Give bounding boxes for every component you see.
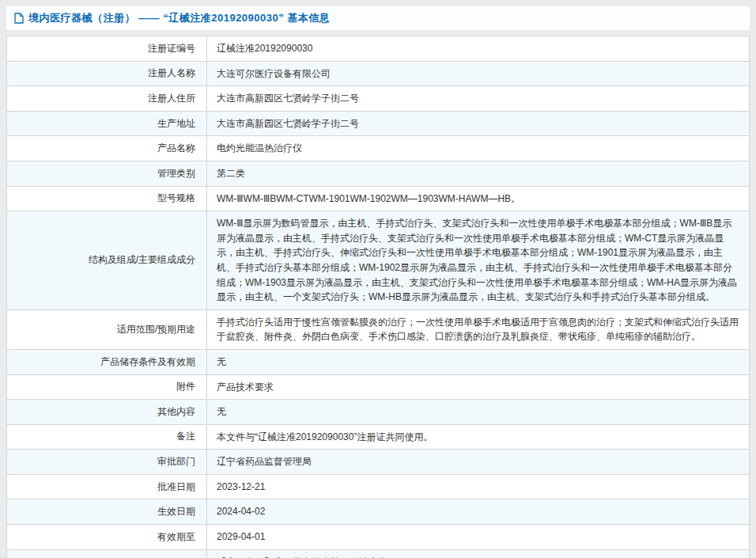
row-value-remarks: 本文件与“辽械注准20192090030”注册证共同使用。 [207, 424, 750, 450]
row-label-remarks: 备注 [7, 424, 207, 450]
table-row: 适用范围/预期用途 手持式治疗头适用于慢性宫颈管黏膜炎的治疗；一次性使用单极手术… [7, 309, 750, 349]
row-value-product-name: 电灼光能温热治疗仪 [207, 136, 750, 161]
row-label-other-content: 其他内容 [7, 400, 207, 425]
table-row: 附件 产品技术要求 [7, 374, 750, 400]
row-label-registration-number: 注册证编号 [7, 36, 207, 62]
table-row: 变更情况 【产品名称】变更为电灼光能温热治疗仪。 【产品技术要求】变更详见《产品… [7, 549, 750, 558]
row-label-registrant-address: 注册人住所 [7, 86, 207, 112]
row-value-attachment: 产品技术要求 [207, 374, 750, 400]
row-value-other-content: 无 [207, 400, 750, 425]
row-label-approval-date: 批准日期 [7, 474, 207, 499]
table-row: 注册人名称 大连可尔医疗设备有限公司 [7, 61, 750, 86]
table-row: 型号规格 WM-ⅢWM-ⅢBWM-CTWM-1901WM-1902WM—1903… [7, 186, 750, 211]
row-value-expiry-date: 2029-04-01 [207, 525, 750, 550]
row-label-registrant-name: 注册人名称 [7, 61, 207, 86]
page-title: 境内医疗器械（注册） —— “辽械注准20192090030” 基本信息 [28, 11, 330, 25]
row-label-production-address: 生产地址 [7, 111, 207, 136]
row-label-model-spec: 型号规格 [7, 186, 207, 211]
table-row: 生效日期 2024-04-02 [7, 499, 750, 525]
table-row: 产品储存条件及有效期 无 [7, 349, 750, 374]
row-label-storage-validity: 产品储存条件及有效期 [7, 349, 207, 374]
row-value-storage-validity: 无 [207, 349, 750, 374]
row-label-effective-date: 生效日期 [7, 499, 207, 525]
table-row: 备注 本文件与“辽械注准20192090030”注册证共同使用。 [7, 424, 750, 450]
registration-info-table: 注册证编号 辽械注准20192090030 注册人名称 大连可尔医疗设备有限公司… [6, 36, 750, 558]
page-header: 境内医疗器械（注册） —— “辽械注准20192090030” 基本信息 [6, 6, 750, 30]
table-row: 产品名称 电灼光能温热治疗仪 [7, 136, 750, 161]
table-row: 有效期至 2029-04-01 [7, 525, 750, 550]
row-value-intended-use: 手持式治疗头适用于慢性宫颈管黏膜炎的治疗；一次性使用单极手术电极适用于宫颈息肉的… [207, 309, 750, 349]
table-row: 管理类别 第二类 [7, 161, 750, 186]
row-label-change-status: 变更情况 [7, 549, 207, 558]
table-row: 注册人住所 大连市高新园区七贤岭学子街二号 [7, 86, 750, 112]
table-row: 生产地址 大连市高新园区七贤岭学子街二号 [7, 111, 750, 136]
row-value-management-category: 第二类 [207, 161, 750, 186]
row-label-expiry-date: 有效期至 [7, 525, 207, 550]
row-label-structure-composition: 结构及组成/主要组成成分 [7, 211, 207, 310]
row-value-effective-date: 2024-04-02 [207, 499, 750, 525]
table-row: 批准日期 2023-12-21 [7, 474, 750, 499]
row-value-registrant-address: 大连市高新园区七贤岭学子街二号 [207, 86, 750, 112]
table-row: 结构及组成/主要组成成分 WM-Ⅲ显示屏为数码管显示，由主机、手持式治疗头、支架… [7, 211, 750, 310]
row-value-change-status: 【产品名称】变更为电灼光能温热治疗仪。 【产品技术要求】变更详见《产品技术要求变… [207, 549, 750, 558]
row-value-structure-composition: WM-Ⅲ显示屏为数码管显示，由主机、手持式治疗头、支架式治疗头和一次性使用单极手… [207, 211, 750, 310]
row-label-intended-use: 适用范围/预期用途 [7, 309, 207, 349]
row-label-management-category: 管理类别 [7, 161, 207, 186]
document-icon [14, 13, 24, 24]
table-row: 注册证编号 辽械注准20192090030 [7, 36, 750, 62]
row-value-approval-date: 2023-12-21 [207, 474, 750, 499]
table-row: 其他内容 无 [7, 400, 750, 425]
row-label-attachment: 附件 [7, 374, 207, 400]
row-label-product-name: 产品名称 [7, 136, 207, 161]
row-value-model-spec: WM-ⅢWM-ⅢBWM-CTWM-1901WM-1902WM—1903WM-HA… [207, 186, 750, 211]
page: 境内医疗器械（注册） —— “辽械注准20192090030” 基本信息 注册证… [0, 0, 756, 558]
table-row: 审批部门 辽宁省药品监督管理局 [7, 450, 750, 475]
row-value-registrant-name: 大连可尔医疗设备有限公司 [207, 61, 750, 86]
row-label-approval-department: 审批部门 [7, 450, 207, 475]
row-value-production-address: 大连市高新园区七贤岭学子街二号 [207, 111, 750, 136]
row-value-approval-department: 辽宁省药品监督管理局 [207, 450, 750, 475]
row-value-registration-number: 辽械注准20192090030 [207, 36, 750, 62]
